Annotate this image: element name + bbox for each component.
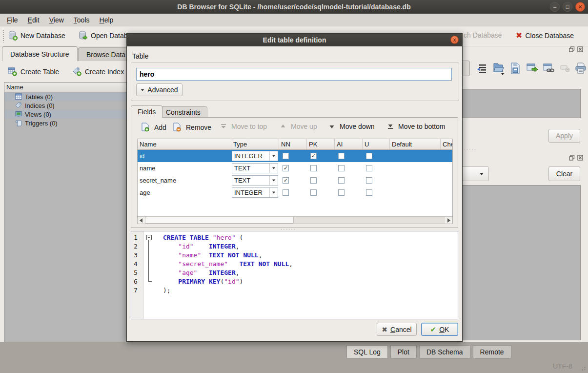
close-window-button[interactable]: ✕ bbox=[575, 2, 585, 12]
menu-bar: File Edit View Tools Help bbox=[0, 14, 588, 26]
create-table-label: Create Table bbox=[20, 68, 59, 76]
field-name-cell[interactable]: age bbox=[138, 189, 231, 196]
apply-cell-button[interactable]: Apply bbox=[548, 129, 580, 143]
checkbox-ai[interactable] bbox=[338, 189, 345, 196]
checkbox-pk[interactable] bbox=[310, 165, 317, 171]
mode-combo-clipped[interactable] bbox=[463, 61, 470, 76]
tab-database-structure[interactable]: Database Structure bbox=[2, 46, 78, 61]
menu-view[interactable]: View bbox=[44, 15, 69, 25]
table-name-input[interactable] bbox=[136, 68, 452, 81]
field-name-cell[interactable]: id bbox=[138, 152, 231, 160]
advanced-toggle-button[interactable]: Advanced bbox=[136, 83, 182, 96]
grid-column-header[interactable]: Check bbox=[441, 139, 453, 149]
field-type-combo[interactable]: INTEGER bbox=[232, 151, 278, 161]
tab-constraints[interactable]: Constraints bbox=[159, 106, 207, 118]
line-number: 5 bbox=[131, 269, 143, 277]
toolbar-grip[interactable] bbox=[2, 30, 4, 42]
move-down-button[interactable]: Move down bbox=[329, 123, 375, 130]
ok-button[interactable]: ✔ OK bbox=[421, 323, 458, 336]
scroll-left-arrow[interactable] bbox=[138, 217, 145, 224]
print-cell-icon[interactable] bbox=[575, 62, 587, 75]
code-fold-icon[interactable] bbox=[146, 235, 152, 240]
grid-column-header[interactable]: AI bbox=[335, 139, 363, 149]
move-bottom-label: Move to bottom bbox=[398, 123, 446, 130]
attach-database-button[interactable]: ch Database bbox=[464, 31, 502, 39]
tab-db-schema[interactable]: DB Schema bbox=[419, 345, 470, 359]
move-top-label: Move to top bbox=[231, 123, 267, 130]
checkbox-ai[interactable] bbox=[338, 153, 345, 159]
dock-close-icon[interactable] bbox=[577, 46, 583, 52]
minimize-button[interactable]: – bbox=[550, 2, 560, 12]
grid-column-header[interactable]: NN bbox=[279, 139, 307, 149]
add-field-button[interactable]: Add bbox=[141, 123, 166, 132]
dock-float-icon[interactable] bbox=[569, 155, 575, 161]
field-name-cell[interactable]: name bbox=[138, 165, 231, 172]
scroll-right-arrow[interactable] bbox=[445, 217, 452, 224]
checkbox-ai[interactable] bbox=[338, 165, 345, 171]
dialog-close-button[interactable]: x bbox=[450, 36, 459, 44]
move-to-bottom-button[interactable]: Move to bottom bbox=[387, 123, 446, 130]
checkbox-u[interactable] bbox=[366, 153, 372, 159]
field-name-cell[interactable]: secret_name bbox=[138, 177, 231, 184]
tab-sql-log[interactable]: SQL Log bbox=[346, 345, 388, 359]
close-database-button[interactable]: ✖ Close Database bbox=[516, 31, 574, 40]
encoding-indicator[interactable]: UTF-8 bbox=[553, 362, 572, 370]
checkbox-nn[interactable] bbox=[283, 189, 289, 196]
fields-tab-panel: Add Remove Move to top Move up Move down… bbox=[131, 117, 458, 228]
grid-column-header[interactable]: PK bbox=[307, 139, 335, 149]
link-cell-icon[interactable] bbox=[543, 62, 555, 74]
checkbox-ai[interactable] bbox=[338, 177, 345, 184]
export-cell-icon[interactable] bbox=[509, 62, 521, 75]
field-type-combo[interactable]: TEXT bbox=[232, 175, 278, 186]
grid-column-header[interactable]: U bbox=[363, 139, 390, 149]
checkbox-u[interactable] bbox=[366, 165, 372, 171]
checkbox-pk[interactable] bbox=[310, 177, 317, 184]
field-row[interactable]: secret_nameTEXT✓ bbox=[138, 174, 452, 186]
maximize-button[interactable]: □ bbox=[563, 2, 572, 12]
checkbox-u[interactable] bbox=[366, 177, 372, 184]
sql-preview[interactable]: 1CREATE TABLE "hero" (2 "id" INTEGER,3 "… bbox=[131, 231, 458, 319]
checkbox-pk[interactable]: ✓ bbox=[310, 153, 317, 159]
field-row[interactable]: ageINTEGER bbox=[138, 186, 452, 199]
checkbox-nn[interactable] bbox=[283, 153, 289, 159]
move-up-button[interactable]: Move up bbox=[280, 123, 317, 130]
fields-grid: NameTypeNNPKAIUDefaultCheck idINTEGER✓na… bbox=[137, 139, 453, 224]
tab-browse-data[interactable]: Browse Data bbox=[78, 47, 134, 61]
grid-column-header[interactable]: Name bbox=[138, 139, 231, 149]
clear-log-button[interactable]: Clear bbox=[548, 166, 580, 181]
menu-file[interactable]: File bbox=[2, 15, 23, 25]
menu-help[interactable]: Help bbox=[95, 15, 119, 25]
create-index-button[interactable]: Create Index bbox=[72, 67, 124, 76]
field-row[interactable]: nameTEXT✓ bbox=[138, 162, 452, 174]
tab-fields[interactable]: Fields bbox=[131, 105, 162, 118]
cancel-button[interactable]: ✖ Cancel bbox=[377, 323, 417, 336]
grid-column-header[interactable]: Type bbox=[231, 139, 279, 149]
field-type-combo[interactable]: INTEGER bbox=[232, 187, 278, 198]
checkbox-nn[interactable]: ✓ bbox=[283, 165, 289, 171]
checkbox-u[interactable] bbox=[366, 189, 372, 196]
checkbox-nn[interactable]: ✓ bbox=[283, 177, 289, 184]
cell-format-icon[interactable] bbox=[476, 62, 487, 74]
tab-plot[interactable]: Plot bbox=[390, 345, 417, 359]
open-in-app-icon[interactable] bbox=[526, 62, 539, 74]
remove-field-button[interactable]: Remove bbox=[173, 123, 211, 132]
set-null-icon[interactable] bbox=[560, 64, 571, 73]
field-row[interactable]: idINTEGER✓ bbox=[138, 150, 452, 162]
create-table-button[interactable]: Create Table bbox=[8, 67, 59, 76]
new-database-button[interactable]: New Database bbox=[8, 30, 65, 41]
tab-remote[interactable]: Remote bbox=[473, 345, 511, 359]
menu-edit[interactable]: Edit bbox=[23, 15, 44, 25]
field-type-combo[interactable]: TEXT bbox=[232, 163, 278, 173]
dock-close-icon[interactable] bbox=[577, 155, 583, 161]
dialog-title: Edit table definition bbox=[263, 36, 326, 44]
dialog-titlebar[interactable]: Edit table definition bbox=[127, 34, 462, 46]
scrollbar-thumb[interactable] bbox=[145, 217, 294, 224]
grid-column-header[interactable]: Default bbox=[390, 139, 441, 149]
view-icon bbox=[15, 111, 22, 118]
menu-tools[interactable]: Tools bbox=[69, 15, 95, 25]
import-cell-icon[interactable] bbox=[492, 62, 505, 76]
checkbox-pk[interactable] bbox=[310, 189, 317, 196]
dock-float-icon[interactable] bbox=[569, 46, 575, 52]
grid-horizontal-scrollbar[interactable] bbox=[138, 216, 452, 224]
move-to-top-button[interactable]: Move to top bbox=[221, 123, 267, 130]
